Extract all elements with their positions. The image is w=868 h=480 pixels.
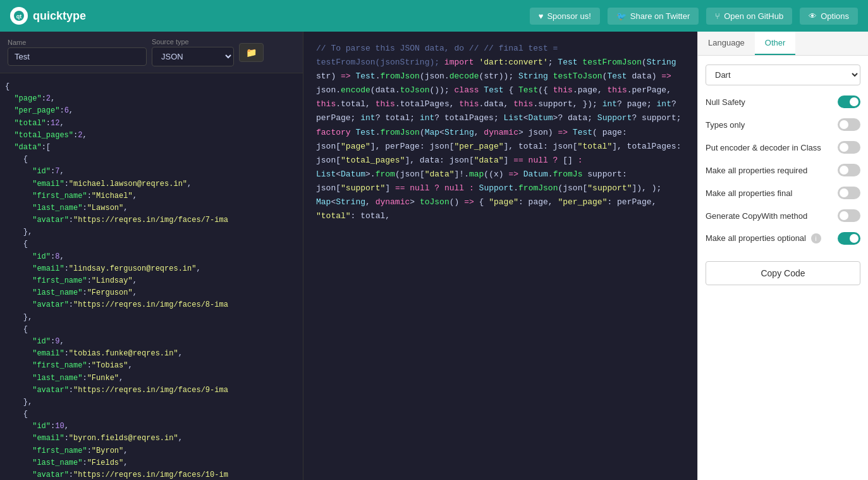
- code-output[interactable]: // To parse this JSON data, do // // fin…: [303, 32, 697, 480]
- types-only-slider: [838, 118, 860, 131]
- options-body: Dart TypeScript JavaScript Python Go C# …: [698, 56, 868, 256]
- source-type-select[interactable]: JSON JSON Schema TypeScript GraphQL: [152, 47, 234, 66]
- null-safety-slider: [838, 95, 860, 108]
- info-icon: i: [811, 233, 821, 243]
- all-final-slider: [838, 187, 860, 199]
- left-panel: Name Source type JSON JSON Schema TypeSc…: [0, 32, 303, 480]
- all-optional-slider: [838, 232, 860, 245]
- json-editor[interactable]: { "page":2, "per_page":6, "total":12, "t…: [0, 73, 303, 480]
- copy-with-toggle[interactable]: [838, 209, 860, 222]
- options-label: Options: [821, 11, 849, 21]
- encoder-decoder-toggle[interactable]: [838, 141, 860, 154]
- language-select[interactable]: Dart TypeScript JavaScript Python Go C# …: [706, 65, 860, 85]
- options-panel: Language Other Dart TypeScript JavaScrip…: [697, 32, 868, 480]
- option-all-required: Make all properties required: [706, 161, 860, 179]
- copy-code-button[interactable]: Copy Code: [706, 261, 860, 285]
- all-optional-toggle[interactable]: [838, 232, 860, 245]
- source-type-label: Source type: [152, 38, 234, 46]
- logo: qt quicktype: [10, 7, 86, 25]
- sponsor-button[interactable]: ♥ Sponsor us!: [530, 8, 600, 25]
- svg-text:qt: qt: [16, 13, 22, 20]
- heart-icon: ♥: [539, 11, 544, 21]
- twitter-button[interactable]: 🐦 Share on Twitter: [608, 8, 699, 25]
- main-layout: Name Source type JSON JSON Schema TypeSc…: [0, 32, 868, 480]
- option-encoder-decoder: Put encoder & decoder in Class: [706, 138, 860, 156]
- option-types-only-label: Types only: [706, 120, 745, 130]
- all-required-toggle[interactable]: [838, 164, 860, 176]
- logo-icon: qt: [10, 7, 28, 25]
- name-input[interactable]: [8, 47, 147, 66]
- option-null-safety-label: Null Safety: [706, 97, 745, 107]
- option-copy-with: Generate CopyWith method: [706, 207, 860, 225]
- all-required-slider: [838, 164, 860, 176]
- options-button[interactable]: 👁 Options: [800, 8, 858, 25]
- github-button[interactable]: ⑂ Open on GitHub: [706, 8, 792, 25]
- github-label: Open on GitHub: [724, 11, 783, 21]
- name-label: Name: [8, 39, 147, 46]
- option-all-optional-label: Make all properties optional i: [706, 233, 821, 244]
- app-header: qt quicktype ♥ Sponsor us! 🐦 Share on Tw…: [0, 0, 868, 32]
- copy-with-slider: [838, 209, 860, 222]
- tab-language[interactable]: Language: [698, 32, 755, 55]
- twitter-label: Share on Twitter: [630, 11, 690, 21]
- encoder-decoder-slider: [838, 141, 860, 154]
- name-group: Name: [8, 39, 147, 66]
- controls-bar: Name Source type JSON JSON Schema TypeSc…: [0, 32, 303, 73]
- option-all-required-label: Make all properties required: [706, 166, 807, 175]
- sponsor-label: Sponsor us!: [547, 11, 590, 21]
- source-type-group: Source type JSON JSON Schema TypeScript …: [152, 38, 234, 66]
- types-only-toggle[interactable]: [838, 118, 860, 131]
- option-encoder-decoder-label: Put encoder & decoder in Class: [706, 143, 821, 152]
- option-types-only: Types only: [706, 116, 860, 133]
- option-all-final-label: Make all properties final: [706, 188, 792, 198]
- options-tabs: Language Other: [698, 32, 868, 56]
- option-all-final: Make all properties final: [706, 184, 860, 202]
- eye-icon: 👁: [809, 11, 817, 21]
- github-icon: ⑂: [715, 11, 720, 21]
- all-final-toggle[interactable]: [838, 187, 860, 199]
- twitter-icon: 🐦: [616, 11, 627, 21]
- tab-other[interactable]: Other: [755, 32, 796, 55]
- option-copy-with-label: Generate CopyWith method: [706, 211, 807, 221]
- option-null-safety: Null Safety: [706, 93, 860, 111]
- folder-button[interactable]: 📁: [239, 43, 264, 62]
- null-safety-toggle[interactable]: [838, 95, 860, 108]
- logo-text: quicktype: [33, 9, 86, 23]
- option-all-optional: Make all properties optional i: [706, 230, 860, 247]
